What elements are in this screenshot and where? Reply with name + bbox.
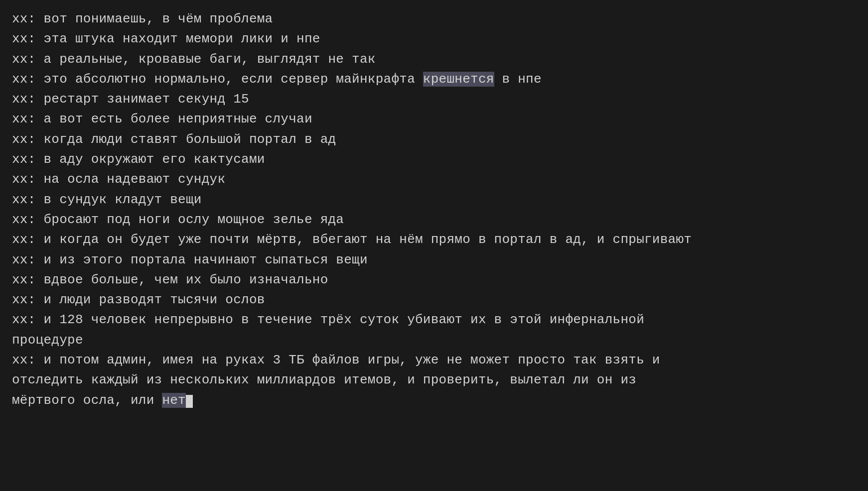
chat-line: хх: в сундук кладут вещи	[12, 190, 856, 210]
highlighted-text: нет	[162, 393, 186, 408]
highlighted-text: крешнется	[423, 72, 494, 87]
chat-line: хх: вдвое больше, чем их было изначально	[12, 270, 856, 290]
chat-line: хх: а вот есть более неприятные случаи	[12, 109, 856, 129]
chat-line: хх: эта штука находит мемори лики и нпе	[12, 29, 856, 49]
chat-line: хх: и люди разводят тысячи ослов	[12, 290, 856, 310]
chat-line: хх: рестарт занимает секунд 15	[12, 89, 856, 109]
chat-line: хх: в аду окружают его кактусами	[12, 149, 856, 169]
chat-line: хх: и из этого портала начинают сыпаться…	[12, 250, 856, 270]
chat-line: хх: когда люди ставят большой портал в а…	[12, 129, 856, 149]
chat-lines: хх: вот понимаешь, в чём проблемахх: эта…	[12, 9, 856, 410]
chat-line: хх: это абсолютно нормально, если сервер…	[12, 69, 856, 89]
chat-line: хх: вот понимаешь, в чём проблема	[12, 9, 856, 29]
text-cursor	[186, 395, 193, 408]
chat-container: хх: вот понимаешь, в чём проблемахх: эта…	[0, 0, 868, 491]
chat-line: хх: и потом админ, имея на руках 3 ТБ фа…	[12, 350, 856, 410]
chat-line: хх: а реальные, кровавые баги, выглядят …	[12, 49, 856, 69]
chat-line: хх: и 128 человек непрерывно в течение т…	[12, 310, 856, 350]
chat-line: хх: на осла надевают сундук	[12, 169, 856, 189]
chat-line: хх: и когда он будет уже почти мёртв, вб…	[12, 230, 856, 249]
chat-line: хх: бросают под ноги ослу мощное зелье я…	[12, 210, 856, 230]
